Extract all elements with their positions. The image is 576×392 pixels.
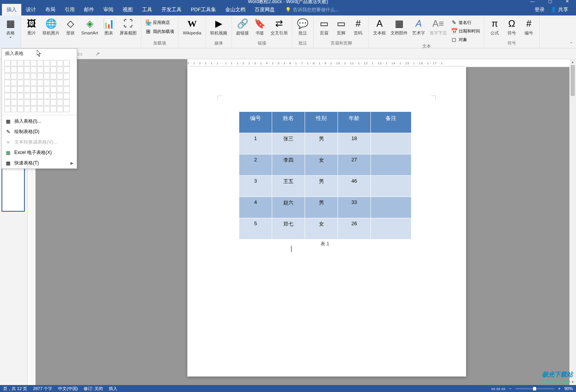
table-grid-cell[interactable] <box>57 106 63 112</box>
page-status[interactable]: 页，共 12 页 <box>3 386 27 392</box>
table-grid-cell[interactable] <box>44 86 50 92</box>
table-grid-cell[interactable] <box>31 106 37 112</box>
picture-button[interactable]: 🖼 图片 <box>24 17 40 36</box>
table-cell[interactable]: 女 <box>305 154 338 176</box>
equation-button[interactable]: π 公式 <box>487 17 503 36</box>
table-grid-cell[interactable] <box>24 106 30 112</box>
tab-insert[interactable]: 插入 <box>2 4 21 15</box>
table-cell[interactable]: 李四 <box>272 154 305 176</box>
table-cell[interactable] <box>371 154 411 176</box>
table-grid-cell[interactable] <box>11 106 17 112</box>
table-grid-cell[interactable] <box>17 106 24 112</box>
table-cell[interactable]: 男 <box>305 133 338 154</box>
table-row[interactable]: 2李四女27 <box>239 154 411 176</box>
language-status[interactable]: 中文(中国) <box>58 386 78 392</box>
table-grid-cell[interactable] <box>37 106 43 112</box>
chart-button[interactable]: 📊 图表 <box>101 17 117 36</box>
table-grid-cell[interactable] <box>63 93 70 99</box>
table-grid-cell[interactable] <box>11 67 17 73</box>
insert-mode[interactable]: 插入 <box>109 386 117 392</box>
table-grid-cell[interactable] <box>57 73 63 79</box>
table-grid-cell[interactable] <box>57 80 63 86</box>
table-header[interactable]: 备注 <box>371 112 411 133</box>
tab-view[interactable]: 视图 <box>118 4 137 15</box>
table-grid-cell[interactable] <box>50 93 57 99</box>
table-row[interactable]: 5郑七女26 <box>239 218 411 240</box>
table-cell[interactable] <box>371 133 411 154</box>
table-grid-cell[interactable] <box>31 93 37 99</box>
table-grid-cell[interactable] <box>4 106 10 112</box>
quick-table-item[interactable]: ▦ 快速表格(T) ▶ <box>2 158 77 168</box>
table-grid-cell[interactable] <box>63 73 70 79</box>
share-button[interactable]: 👤 共享 <box>550 6 568 13</box>
table-cell[interactable]: 男 <box>305 176 338 197</box>
toolbar-icon-1[interactable]: ▭ <box>77 51 84 57</box>
table-cell[interactable]: 5 <box>239 218 272 240</box>
bookmark-button[interactable]: 🔖 书签 <box>252 17 268 36</box>
table-grid-cell[interactable] <box>17 67 24 73</box>
comment-button[interactable]: 💬 批注 <box>295 17 311 36</box>
table-grid-cell[interactable] <box>4 60 10 66</box>
track-changes-status[interactable]: 修订: 关闭 <box>84 386 103 392</box>
draw-table-item[interactable]: ✎ 绘制表格(D) <box>2 127 77 137</box>
table-grid-cell[interactable] <box>57 99 63 106</box>
table-grid-cell[interactable] <box>4 67 10 73</box>
table-grid-cell[interactable] <box>44 93 50 99</box>
table-cell[interactable]: 26 <box>338 218 371 240</box>
login-link[interactable]: 登录 <box>535 6 545 13</box>
table-grid-cell[interactable] <box>11 99 17 106</box>
table-grid-cell[interactable] <box>57 93 63 99</box>
table-grid-cell[interactable] <box>63 60 70 66</box>
tab-references[interactable]: 引用 <box>60 4 79 15</box>
table-grid-cell[interactable] <box>44 73 50 79</box>
table-header[interactable]: 姓名 <box>272 112 305 133</box>
table-grid-cell[interactable] <box>44 99 50 106</box>
table-grid-cell[interactable] <box>11 80 17 86</box>
table-cell[interactable]: 张三 <box>272 133 305 154</box>
table-grid-cell[interactable] <box>24 86 30 92</box>
table-row[interactable]: 4赵六男33 <box>239 197 411 218</box>
scroll-up-button[interactable]: ▲ <box>569 59 576 65</box>
table-header[interactable]: 编号 <box>239 112 272 133</box>
tell-me-search[interactable]: 💡 告诉我您想要做什么... <box>285 7 339 13</box>
table-grid-cell[interactable] <box>4 73 10 79</box>
table-grid-cell[interactable] <box>37 73 43 79</box>
table-cell[interactable] <box>371 197 411 218</box>
table-grid-cell[interactable] <box>37 80 43 86</box>
tab-mailings[interactable]: 邮件 <box>79 4 99 15</box>
online-picture-button[interactable]: 🌐 联机图片 <box>41 17 62 36</box>
table-grid-cell[interactable] <box>24 80 30 86</box>
table-grid-cell[interactable] <box>63 106 70 112</box>
document-page[interactable]: 编号 姓名 性别 年龄 备注 1张三男182李四女273王五男464赵六男335… <box>187 67 466 377</box>
table-grid-cell[interactable] <box>50 86 57 92</box>
table-cell[interactable]: 27 <box>338 154 371 176</box>
table-cell[interactable]: 女 <box>305 218 338 240</box>
table-grid-cell[interactable] <box>17 99 24 106</box>
table-grid-cell[interactable] <box>37 67 43 73</box>
table-grid-cell[interactable] <box>31 86 37 92</box>
table-grid-cell[interactable] <box>57 67 63 73</box>
table-grid-cell[interactable] <box>31 99 37 106</box>
table-header[interactable]: 年龄 <box>338 112 371 133</box>
table-cell[interactable] <box>371 176 411 197</box>
wikipedia-button[interactable]: W Wikipedia <box>181 17 203 36</box>
table-grid-cell[interactable] <box>24 60 30 66</box>
table-cell[interactable]: 男 <box>305 197 338 218</box>
table-button[interactable]: ▦ 表格 ▾ <box>2 17 19 40</box>
tab-baidu[interactable]: 百度网盘 <box>250 4 279 15</box>
zoom-out-button[interactable]: − <box>509 386 511 391</box>
table-grid-cell[interactable] <box>4 86 10 92</box>
table-cell[interactable]: 郑七 <box>272 218 305 240</box>
smartart-button[interactable]: ◈ SmartArt <box>79 17 100 36</box>
tab-tools[interactable]: 工具 <box>137 4 157 15</box>
zoom-handle[interactable] <box>533 387 536 390</box>
tab-layout[interactable]: 布局 <box>41 4 60 15</box>
zoom-level[interactable]: 90% <box>564 386 573 391</box>
insert-table-item[interactable]: ▦ 插入表格(I)... <box>2 116 77 127</box>
view-mode-icons[interactable]: ▭ ▭ ▭ <box>491 386 505 391</box>
excel-table-item[interactable]: ▦ Excel 电子表格(X) <box>2 147 77 158</box>
table-grid-cell[interactable] <box>11 73 17 79</box>
table-grid-cell[interactable] <box>44 80 50 86</box>
table-grid-cell[interactable] <box>4 80 10 86</box>
table-cell[interactable]: 1 <box>239 133 272 154</box>
